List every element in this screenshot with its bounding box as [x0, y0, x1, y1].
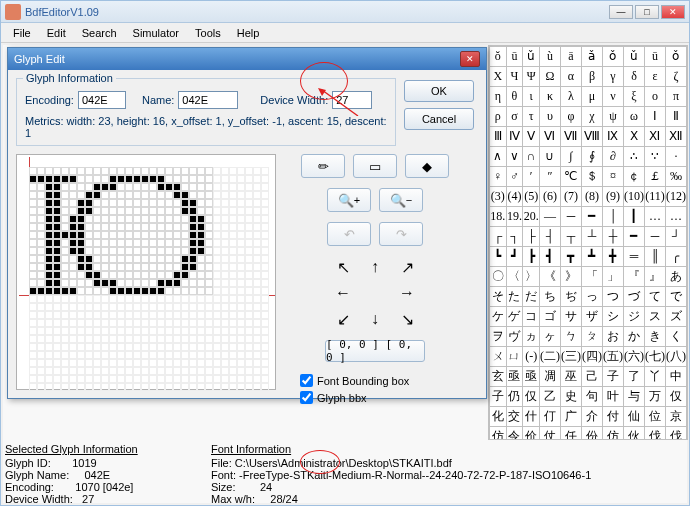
menu-search[interactable]: Search [74, 25, 125, 41]
undo-button[interactable]: ↶ [327, 222, 371, 246]
glyph-cell[interactable]: ゴ [539, 307, 560, 327]
glyph-cell[interactable]: ╋ [602, 247, 623, 267]
glyph-cell[interactable]: 〈 [506, 267, 523, 287]
glyph-cell[interactable]: (3) [490, 187, 507, 207]
glyph-cell[interactable]: か [623, 327, 644, 347]
glyph-cell[interactable]: ù [539, 47, 560, 67]
glyph-cell[interactable]: ┘ [665, 227, 686, 247]
glyph-cell[interactable]: ズ [665, 307, 686, 327]
glyph-cell[interactable]: ∮ [581, 147, 602, 167]
glyph-cell[interactable]: ヶ [539, 327, 560, 347]
glyph-cell[interactable]: (9) [602, 187, 623, 207]
dialog-close-button[interactable]: ✕ [460, 51, 480, 67]
glyph-cell[interactable]: ū [506, 47, 523, 67]
name-input[interactable] [178, 91, 238, 109]
glyph-cell[interactable]: 叶 [602, 387, 623, 407]
arrow-w-icon[interactable]: ← [329, 282, 357, 304]
glyph-cell[interactable]: ┣ [523, 247, 540, 267]
glyph-cell[interactable]: 「 [581, 267, 602, 287]
close-button[interactable]: ✕ [661, 5, 685, 19]
glyph-cell[interactable]: ┻ [581, 247, 602, 267]
glyph-cell[interactable]: Ⅻ [665, 127, 686, 147]
rect-tool[interactable]: ▭ [353, 154, 397, 178]
glyph-cell[interactable]: ‰ [665, 167, 686, 187]
glyph-cell[interactable]: た [506, 287, 523, 307]
menu-edit[interactable]: Edit [39, 25, 74, 41]
arrow-ne-icon[interactable]: ↗ [393, 256, 421, 278]
glyph-editor[interactable] [16, 154, 276, 390]
glyph-cell[interactable]: き [644, 327, 665, 347]
glyph-cell[interactable]: Ω [539, 67, 560, 87]
glyph-cell[interactable]: ǔ [623, 47, 644, 67]
glyph-cell[interactable]: 什 [523, 407, 540, 427]
glyph-cell[interactable]: 亟 [523, 367, 540, 387]
glyph-cell[interactable]: Ⅶ [560, 127, 581, 147]
glyph-cell[interactable]: ㄩ [506, 347, 523, 367]
glyph-cell[interactable]: ℃ [560, 167, 581, 187]
glyph-cell[interactable]: 19. [506, 207, 523, 227]
glyph-cell[interactable]: ┫ [539, 247, 560, 267]
maximize-button[interactable]: □ [635, 5, 659, 19]
glyph-cell[interactable]: 仿 [490, 427, 507, 441]
glyph-cell[interactable]: ￡ [644, 167, 665, 187]
glyph-cell[interactable]: ╭ [665, 247, 686, 267]
glyph-cell[interactable]: (二) [539, 347, 560, 367]
font-bbox-checkbox[interactable] [300, 374, 313, 387]
glyph-cell[interactable]: ā [560, 47, 581, 67]
glyph-cell[interactable]: 仍 [506, 387, 523, 407]
glyph-cell[interactable]: 介 [581, 407, 602, 427]
glyph-cell[interactable]: ″ [539, 167, 560, 187]
glyph-cell[interactable]: 玄 [490, 367, 507, 387]
glyph-cell[interactable]: ♀ [490, 167, 507, 187]
ok-button[interactable]: OK [404, 80, 474, 102]
glyph-cell[interactable]: ┴ [581, 227, 602, 247]
glyph-cell[interactable]: λ [560, 87, 581, 107]
glyph-cell[interactable]: 18. [490, 207, 507, 227]
glyph-cell[interactable]: (12) [665, 187, 686, 207]
glyph-cell[interactable]: Ⅹ [623, 127, 644, 147]
glyph-cell[interactable]: Ⅲ [490, 127, 507, 147]
glyph-cell[interactable]: 子 [602, 367, 623, 387]
glyph-cell[interactable]: ├ [523, 227, 540, 247]
glyph-cell[interactable]: ━ [623, 227, 644, 247]
glyph-cell[interactable]: — [539, 207, 560, 227]
glyph-cell[interactable]: ∫ [560, 147, 581, 167]
glyph-cell[interactable]: │ [602, 207, 623, 227]
glyph-cell[interactable]: ν [602, 87, 623, 107]
glyph-cell[interactable]: サ [560, 307, 581, 327]
glyph-cell[interactable]: ∧ [490, 147, 507, 167]
glyph-cell[interactable]: (10) [623, 187, 644, 207]
glyph-cell[interactable]: ゲ [506, 307, 523, 327]
arrow-se-icon[interactable]: ↘ [393, 308, 421, 330]
glyph-cell[interactable]: ι [523, 87, 540, 107]
glyph-cell[interactable]: 与 [623, 387, 644, 407]
glyph-cell[interactable]: ∂ [602, 147, 623, 167]
pencil-tool[interactable]: ✏ [301, 154, 345, 178]
glyph-cell[interactable]: δ [623, 67, 644, 87]
glyph-cell[interactable]: (8) [581, 187, 602, 207]
glyph-cell[interactable]: (6) [539, 187, 560, 207]
glyph-cell[interactable]: Ⅴ [523, 127, 540, 147]
arrow-e-icon[interactable]: → [393, 282, 421, 304]
glyph-cell[interactable]: そ [490, 287, 507, 307]
glyph-cell[interactable]: あ [665, 267, 686, 287]
glyph-cell[interactable]: ┌ [490, 227, 507, 247]
glyph-cell[interactable]: ┃ [623, 207, 644, 227]
glyph-cell[interactable]: 史 [560, 387, 581, 407]
glyph-cell[interactable]: 京 [665, 407, 686, 427]
glyph-cell[interactable]: ┼ [602, 227, 623, 247]
glyph-cell[interactable]: (7) [560, 187, 581, 207]
glyph-cell[interactable]: Ч [506, 67, 523, 87]
dwidth-input[interactable] [332, 91, 372, 109]
glyph-cell[interactable]: 句 [581, 387, 602, 407]
glyph-cell[interactable]: で [665, 287, 686, 307]
glyph-cell[interactable]: 乙 [539, 387, 560, 407]
glyph-cell[interactable]: ┤ [539, 227, 560, 247]
glyph-bbx-checkbox[interactable] [300, 391, 313, 404]
glyph-cell[interactable]: ∩ [523, 147, 540, 167]
glyph-cell[interactable]: ザ [581, 307, 602, 327]
origin-button[interactable]: [ 0, 0 ] [ 0, 0 ] [325, 340, 425, 362]
glyph-cell[interactable]: 任 [560, 427, 581, 441]
glyph-cell[interactable]: 》 [560, 267, 581, 287]
glyph-cell[interactable]: · [665, 147, 686, 167]
